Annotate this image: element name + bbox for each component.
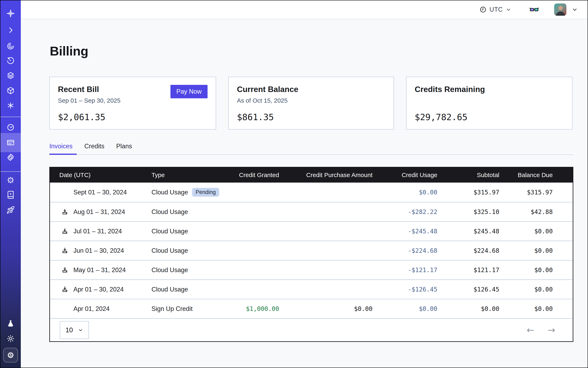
asterisk-icon bbox=[6, 101, 15, 110]
table-pagination: 10 ← → bbox=[50, 318, 573, 341]
sidebar-item-billing[interactable] bbox=[0, 133, 21, 152]
sidebar-item-labs[interactable] bbox=[0, 316, 21, 331]
invoice-balance-due: $0.00 bbox=[499, 267, 553, 274]
download-icon bbox=[61, 285, 69, 293]
invoice-type: Cloud Usage bbox=[152, 247, 188, 254]
reader-mode-button[interactable] bbox=[529, 5, 539, 15]
download-icon bbox=[61, 208, 69, 216]
next-page-button[interactable]: → bbox=[548, 326, 555, 335]
tab-plans[interactable]: Plans bbox=[116, 143, 132, 155]
sidebar-item-observe[interactable] bbox=[0, 38, 21, 54]
account-menu-button[interactable] bbox=[572, 7, 578, 13]
logo[interactable] bbox=[0, 6, 21, 21]
layers-icon bbox=[6, 71, 15, 80]
invoice-date-cell: Jul 01 – 31, 2024 bbox=[50, 228, 146, 235]
invoice-subtotal: $325.10 bbox=[437, 208, 499, 215]
sidebar-divider bbox=[0, 117, 21, 117]
sidebar-item-history[interactable] bbox=[0, 53, 21, 69]
invoice-date-cell: Apr 01 – 30, 2024 bbox=[50, 286, 146, 293]
download-invoice-button[interactable] bbox=[61, 228, 69, 235]
sidebar-item-layers[interactable] bbox=[0, 68, 21, 83]
rocket-icon bbox=[6, 206, 15, 214]
credits-remaining-title: Credits Remaining bbox=[415, 85, 564, 94]
current-balance-title: Current Balance bbox=[237, 85, 385, 94]
page-size-select[interactable]: 10 bbox=[60, 321, 89, 339]
recent-bill-card: Recent Bill Sep 01 – Sep 30, 2025 Pay No… bbox=[49, 77, 216, 129]
invoice-subtotal: $126.45 bbox=[437, 286, 499, 293]
invoices-table: Date (UTC) Type Credit Granted Credit Pu… bbox=[49, 167, 573, 342]
download-invoice-button[interactable] bbox=[61, 285, 69, 293]
sidebar-item-functions[interactable] bbox=[0, 98, 21, 113]
pay-now-button[interactable]: Pay Now bbox=[171, 85, 208, 98]
column-header-subtotal: Subtotal bbox=[437, 172, 499, 178]
invoice-date: May 01 – 31, 2024 bbox=[73, 267, 126, 274]
invoice-type: Cloud Usage bbox=[152, 189, 188, 196]
top-bar: UTC bbox=[21, 0, 588, 19]
sidebar-divider bbox=[0, 171, 21, 172]
download-invoice-button[interactable] bbox=[61, 266, 69, 274]
invoice-date-cell: Aug 01 – 31, 2024 bbox=[50, 208, 146, 216]
theme-toggle[interactable] bbox=[0, 331, 21, 346]
current-balance-card: Current Balance As of Oct 15, 2025 $861.… bbox=[228, 77, 394, 129]
support-wheel-icon bbox=[6, 176, 15, 184]
timezone-selector[interactable]: UTC bbox=[479, 6, 511, 13]
invoice-credit-usage: -$282.22 bbox=[372, 208, 437, 215]
table-row: Apr 01 – 30, 2024Cloud Usage-$126.45$126… bbox=[50, 279, 573, 299]
sidebar-item-getting-started[interactable] bbox=[0, 202, 21, 218]
invoice-type-cell: Sign Up Credit bbox=[146, 305, 229, 313]
column-header-credit-usage: Credit Usage bbox=[372, 172, 437, 178]
invoice-date: Jul 01 – 31, 2024 bbox=[73, 228, 122, 235]
recent-bill-period: Sep 01 – Sep 30, 2025 bbox=[58, 97, 120, 104]
settings-gear-icon bbox=[6, 153, 15, 162]
invoice-subtotal: $224.68 bbox=[437, 247, 499, 254]
credits-dollar-badge-icon: $ bbox=[6, 351, 15, 360]
theme-sun-icon bbox=[6, 334, 15, 343]
sidebar-item-settings[interactable] bbox=[0, 149, 21, 165]
invoice-credit-granted: $1,000.00 bbox=[229, 305, 279, 312]
invoice-type-cell: Cloud Usage bbox=[146, 286, 229, 293]
chevron-down-icon bbox=[506, 7, 511, 12]
previous-page-button[interactable]: ← bbox=[527, 326, 534, 335]
billing-card-icon bbox=[6, 138, 15, 147]
column-header-type: Type bbox=[146, 172, 229, 178]
active-tab-indicator bbox=[49, 154, 77, 155]
invoice-credit-usage: $0.00 bbox=[372, 305, 437, 312]
page-size-value: 10 bbox=[65, 326, 73, 334]
tab-credits[interactable]: Credits bbox=[84, 143, 104, 155]
labs-flask-icon bbox=[6, 320, 15, 328]
recent-bill-amount: $2,061.35 bbox=[58, 112, 105, 122]
invoice-type-cell: Cloud UsagePending bbox=[146, 188, 229, 197]
tab-invoices[interactable]: Invoices bbox=[49, 143, 72, 155]
invoice-balance-due: $0.00 bbox=[499, 305, 553, 312]
usage-gauge-icon bbox=[6, 123, 15, 132]
download-invoice-button[interactable] bbox=[61, 208, 69, 216]
invoice-balance-due: $0.00 bbox=[499, 247, 553, 254]
invoice-date-cell: May 01 – 31, 2024 bbox=[50, 267, 146, 274]
chevron-right-icon bbox=[6, 26, 15, 35]
invoice-balance-due: $0.00 bbox=[499, 228, 553, 235]
sidebar-item-support[interactable] bbox=[0, 172, 21, 188]
sidebar-item-usage[interactable] bbox=[0, 120, 21, 135]
invoice-credit-usage: -$121.17 bbox=[372, 267, 437, 274]
sidebar-collapse-toggle[interactable] bbox=[0, 22, 21, 38]
invoice-type-cell: Cloud Usage bbox=[146, 228, 229, 235]
sidebar-item-docs[interactable] bbox=[0, 187, 21, 202]
sidebar-item-packages[interactable] bbox=[0, 83, 21, 98]
invoice-date-cell: Apr 01, 2024 bbox=[50, 305, 146, 313]
invoice-subtotal: $245.48 bbox=[437, 228, 499, 235]
invoice-type: Sign Up Credit bbox=[152, 305, 193, 313]
invoice-balance-due: $42.88 bbox=[499, 208, 553, 215]
credits-rewards-button[interactable]: $ bbox=[3, 348, 18, 362]
invoice-date: Aug 01 – 31, 2024 bbox=[73, 208, 125, 216]
invoice-type-cell: Cloud Usage bbox=[146, 208, 229, 216]
column-header-credit-granted: Credit Granted bbox=[229, 172, 279, 178]
user-avatar[interactable] bbox=[554, 3, 566, 16]
observe-icon bbox=[6, 42, 15, 50]
invoice-date-cell: Sept 01 – 30, 2024 bbox=[50, 189, 146, 196]
download-icon bbox=[61, 228, 69, 235]
svg-text:$: $ bbox=[9, 353, 12, 357]
table-row: Sept 01 – 30, 2024Cloud UsagePending$0.0… bbox=[50, 183, 573, 202]
history-icon bbox=[6, 56, 15, 65]
timezone-label: UTC bbox=[489, 6, 503, 13]
download-invoice-button[interactable] bbox=[61, 247, 69, 255]
